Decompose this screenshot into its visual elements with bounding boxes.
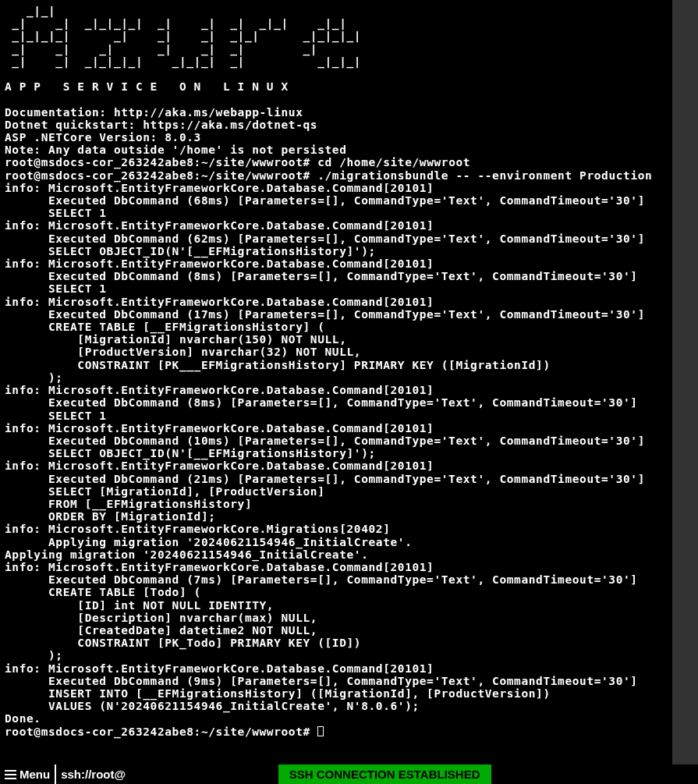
scrollbar[interactable] [672, 0, 698, 764]
prompt-line: root@msdocs-cor_263242abe8:~/site/wwwroo… [5, 156, 470, 169]
status-bar: Menu ssh://root@ SSH CONNECTION ESTABLIS… [0, 764, 698, 784]
log-output: info: Microsoft.EntityFrameworkCore.Data… [5, 182, 645, 725]
ssh-path: ssh://root@ [56, 764, 130, 784]
cursor-icon [317, 726, 324, 736]
menu-label: Menu [19, 768, 50, 781]
menu-button[interactable]: Menu [0, 764, 56, 784]
prompt-line: root@msdocs-cor_263242abe8:~/site/wwwroo… [5, 169, 652, 182]
quickstart-line: Dotnet quickstart: https://aka.ms/dotnet… [5, 119, 317, 131]
cmd-migrate: ./migrationsbundle -- --environment Prod… [317, 169, 652, 182]
hamburger-icon [5, 770, 16, 779]
doc-link-line: Documentation: http://aka.ms/webapp-linu… [5, 106, 303, 119]
prompt-line[interactable]: root@msdocs-cor_263242abe8:~/site/wwwroo… [5, 725, 324, 738]
banner-subtitle: A P P S E R V I C E O N L I N U X [5, 80, 289, 93]
ascii-banner: _|_| _| _| _|_|_|_| _| _| _| _|_| _|_| _… [5, 5, 361, 68]
connection-status: SSH CONNECTION ESTABLISHED [278, 764, 491, 784]
note-line: Note: Any data outside '/home' is not pe… [5, 144, 347, 156]
cmd-cd: cd /home/site/wwwroot [317, 156, 470, 169]
version-line: ASP .NETCore Version: 8.0.3 [5, 131, 201, 144]
terminal-output[interactable]: _|_| _| _| _|_|_|_| _| _| _| _|_| _|_| _… [0, 0, 672, 764]
